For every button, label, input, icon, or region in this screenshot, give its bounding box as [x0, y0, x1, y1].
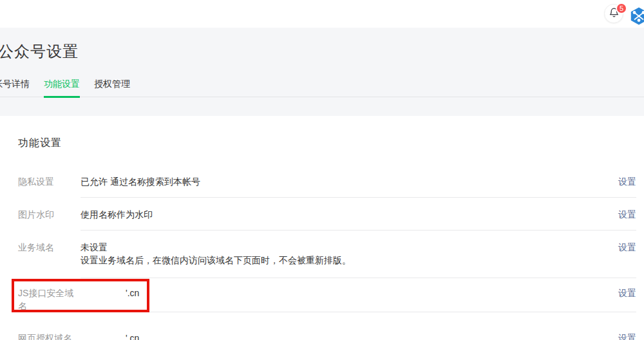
page-title: 公众号设置: [0, 28, 644, 61]
setting-value: '.cn: [80, 287, 618, 299]
setting-row-watermark: 图片水印 使用名称作为水印 设置: [0, 198, 636, 231]
setting-label: 图片水印: [18, 208, 80, 231]
setting-row-js-safe-domain: JS接口安全域名 '.cn 设置: [0, 278, 636, 312]
setting-value: 已允许 通过名称搜索到本帐号: [80, 175, 618, 188]
top-bar: 5: [0, 0, 644, 28]
setting-row-business-domain: 业务域名 未设置 设置业务域名后，在微信内访问该域名下页面时，不会被重新排版。 …: [0, 231, 636, 278]
setting-description: 设置业务域名后，在微信内访问该域名下页面时，不会被重新排版。: [80, 254, 618, 267]
tab-authorization[interactable]: 授权管理: [94, 79, 130, 97]
settings-panel: 功能设置 隐私设置 已允许 通过名称搜索到本帐号 设置 图片水印 使用名称作为水…: [0, 116, 644, 340]
setting-label: JS接口安全域名: [18, 287, 80, 312]
setting-value: 使用名称作为水印: [80, 208, 618, 221]
setting-label: 业务域名: [18, 241, 80, 278]
settings-link[interactable]: 设置: [618, 208, 636, 221]
setting-row-oauth-domain: 网页授权域名 '.cn 设置: [0, 312, 636, 340]
setting-value: 未设置: [80, 241, 618, 254]
settings-list: 隐私设置 已允许 通过名称搜索到本帐号 设置 图片水印 使用名称作为水印 设置 …: [0, 166, 644, 340]
settings-link[interactable]: 设置: [618, 287, 636, 299]
setting-label: 隐私设置: [18, 175, 80, 198]
tab-account-details[interactable]: 帐号详情: [0, 79, 30, 97]
tab-bar: 帐号详情 功能设置 授权管理: [0, 79, 644, 97]
tab-function-settings[interactable]: 功能设置: [44, 79, 80, 97]
setting-value: '.cn: [80, 332, 618, 340]
settings-link[interactable]: 设置: [618, 332, 636, 340]
setting-label: 网页授权域名: [18, 332, 80, 340]
page-header: 公众号设置 帐号详情 功能设置 授权管理: [0, 28, 644, 116]
setting-row-privacy: 隐私设置 已允许 通过名称搜索到本帐号 设置: [0, 166, 636, 198]
settings-link[interactable]: 设置: [618, 241, 636, 254]
app-logo-icon[interactable]: [630, 7, 644, 25]
section-heading: 功能设置: [18, 137, 644, 149]
settings-link[interactable]: 设置: [618, 175, 636, 188]
notification-count-badge: 5: [616, 3, 627, 14]
